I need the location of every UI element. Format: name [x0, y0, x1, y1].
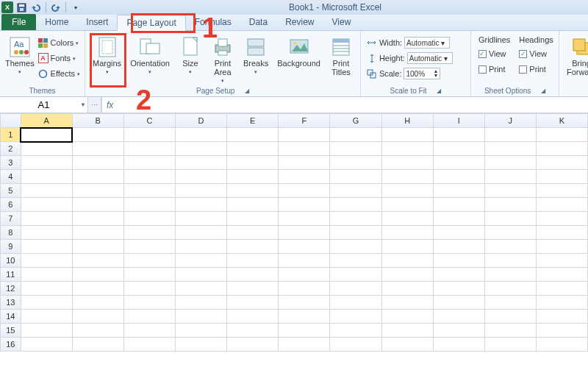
cell[interactable]	[72, 156, 123, 170]
cell[interactable]	[279, 198, 330, 212]
gridlines-view-checkbox[interactable]: ✓View	[477, 46, 512, 61]
cell[interactable]	[21, 226, 72, 240]
cell[interactable]	[72, 128, 123, 142]
cell[interactable]	[279, 310, 330, 324]
cell[interactable]	[279, 254, 330, 268]
formula-bar-expand[interactable]: ⋯	[88, 97, 101, 113]
cell[interactable]	[72, 254, 123, 268]
sheet-options-launcher[interactable]: ◢	[541, 88, 545, 94]
cell[interactable]	[175, 156, 226, 170]
cell[interactable]	[279, 240, 330, 254]
cell[interactable]	[433, 254, 484, 268]
cell[interactable]	[279, 268, 330, 282]
cell[interactable]	[21, 170, 72, 184]
row-header[interactable]: 15	[1, 324, 21, 338]
cell[interactable]	[21, 268, 72, 282]
cell[interactable]	[484, 198, 536, 212]
cell[interactable]	[227, 170, 279, 184]
cell[interactable]	[330, 296, 381, 310]
cell[interactable]	[123, 128, 175, 142]
cell[interactable]	[381, 128, 433, 142]
cell[interactable]	[484, 170, 536, 184]
headings-print-checkbox[interactable]: Print	[517, 62, 554, 76]
cell[interactable]	[484, 240, 536, 254]
cell[interactable]	[123, 282, 175, 296]
cell[interactable]	[175, 268, 226, 282]
cell[interactable]	[381, 296, 433, 310]
column-header[interactable]: B	[72, 114, 123, 128]
row-header[interactable]: 6	[1, 198, 21, 212]
cell[interactable]	[72, 324, 123, 338]
cell[interactable]	[330, 128, 381, 142]
cell[interactable]	[123, 296, 175, 310]
column-header[interactable]: I	[433, 114, 484, 128]
scale-launcher[interactable]: ◢	[437, 88, 441, 94]
column-header[interactable]: H	[381, 114, 433, 128]
cell[interactable]	[175, 240, 226, 254]
cell[interactable]	[433, 128, 484, 142]
cell[interactable]	[72, 198, 123, 212]
cell[interactable]	[21, 184, 72, 198]
row-header[interactable]: 1	[1, 128, 21, 142]
cell[interactable]	[536, 268, 587, 282]
cell[interactable]	[279, 156, 330, 170]
cell[interactable]	[123, 254, 175, 268]
scale-spinner[interactable]: 100%▲▼	[404, 68, 440, 79]
cell[interactable]	[279, 212, 330, 226]
cell[interactable]	[279, 338, 330, 352]
cell[interactable]	[433, 198, 484, 212]
cell[interactable]	[123, 198, 175, 212]
cell[interactable]	[279, 282, 330, 296]
cell[interactable]	[484, 254, 536, 268]
cell[interactable]	[279, 184, 330, 198]
cell[interactable]	[433, 226, 484, 240]
row-header[interactable]: 13	[1, 296, 21, 310]
cell[interactable]	[484, 226, 536, 240]
cell[interactable]	[330, 254, 381, 268]
cell[interactable]	[484, 142, 536, 156]
colors-button[interactable]: Colors ▾	[37, 35, 82, 50]
cell[interactable]	[175, 184, 226, 198]
select-all-corner[interactable]	[1, 114, 21, 128]
file-tab[interactable]: File	[1, 14, 36, 30]
cell[interactable]	[175, 282, 226, 296]
cell[interactable]	[433, 296, 484, 310]
cell[interactable]	[536, 142, 587, 156]
cell[interactable]	[279, 128, 330, 142]
cell[interactable]	[536, 324, 587, 338]
row-header[interactable]: 5	[1, 184, 21, 198]
column-header[interactable]: D	[175, 114, 226, 128]
worksheet-grid[interactable]: ABCDEFGHIJK12345678910111213141516	[0, 113, 588, 352]
cell[interactable]	[279, 324, 330, 338]
cell[interactable]	[227, 296, 279, 310]
breaks-button[interactable]: Breaks ▾	[239, 32, 273, 75]
cell[interactable]	[175, 170, 226, 184]
cell[interactable]	[72, 268, 123, 282]
cell[interactable]	[433, 142, 484, 156]
cell[interactable]	[227, 324, 279, 338]
column-header[interactable]: E	[227, 114, 279, 128]
column-header[interactable]: K	[536, 114, 587, 128]
cell[interactable]	[175, 324, 226, 338]
cell[interactable]	[227, 212, 279, 226]
cell[interactable]	[484, 128, 536, 142]
cell[interactable]	[433, 282, 484, 296]
cell[interactable]	[123, 170, 175, 184]
orientation-button[interactable]: Orientation ▾	[126, 32, 174, 75]
cell[interactable]	[175, 142, 226, 156]
print-titles-button[interactable]: Print Titles	[325, 32, 357, 76]
cell[interactable]	[536, 226, 587, 240]
cell[interactable]	[484, 184, 536, 198]
height-combo[interactable]: Automatic ▾	[407, 52, 453, 64]
cell[interactable]	[330, 198, 381, 212]
redo-button[interactable]	[49, 1, 62, 14]
cell[interactable]	[484, 212, 536, 226]
cell[interactable]	[21, 212, 72, 226]
cell[interactable]	[433, 324, 484, 338]
qat-customize-button[interactable]: ▾	[69, 1, 82, 14]
row-header[interactable]: 4	[1, 170, 21, 184]
cell[interactable]	[536, 212, 587, 226]
cell[interactable]	[227, 254, 279, 268]
cell[interactable]	[330, 184, 381, 198]
cell[interactable]	[381, 142, 433, 156]
